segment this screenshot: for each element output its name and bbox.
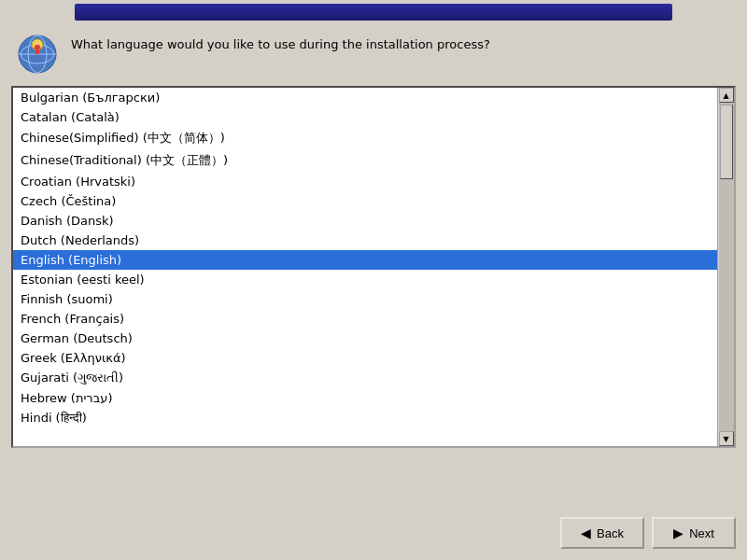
list-item[interactable]: Bulgarian (Български): [13, 88, 717, 107]
list-item[interactable]: Gujarati (ગુજરાતી): [13, 368, 717, 388]
globe-icon: [15, 32, 60, 77]
header-question: What language would you like to use duri…: [71, 32, 490, 54]
list-item[interactable]: Estonian (eesti keel): [13, 270, 717, 289]
next-icon: ▶: [673, 525, 684, 540]
progress-bar-fill: [75, 4, 672, 21]
list-item[interactable]: Chinese(Traditional) (中文（正體）): [13, 149, 717, 172]
list-item[interactable]: Finnish (suomi): [13, 289, 717, 309]
list-item[interactable]: Czech (Čeština): [13, 191, 717, 211]
scrollbar[interactable]: ▲ ▼: [717, 88, 734, 446]
list-item[interactable]: Chinese(Simplified) (中文（简体）): [13, 127, 717, 149]
scrollbar-thumb[interactable]: [720, 105, 733, 179]
scrollbar-track[interactable]: [719, 103, 734, 431]
list-item[interactable]: Hindi (हिन्दी): [13, 408, 717, 428]
next-button[interactable]: ▶ Next: [652, 517, 736, 549]
header-section: What language would you like to use duri…: [0, 21, 747, 86]
list-item[interactable]: Catalan (Català): [13, 107, 717, 127]
progress-bar: [75, 4, 672, 21]
list-item[interactable]: Dutch (Nederlands): [13, 231, 717, 250]
language-list[interactable]: Bulgarian (Български)Catalan (Català)Chi…: [13, 88, 717, 446]
back-icon: ◀: [581, 525, 591, 540]
bottom-buttons: ◀ Back ▶ Next: [560, 517, 736, 549]
language-list-container: Bulgarian (Български)Catalan (Català)Chi…: [11, 86, 736, 448]
top-progress-area: [0, 4, 747, 21]
back-label: Back: [597, 526, 624, 540]
list-item[interactable]: Danish (Dansk): [13, 211, 717, 231]
list-item[interactable]: German (Deutsch): [13, 329, 717, 348]
list-item[interactable]: French (Français): [13, 309, 717, 329]
list-item[interactable]: Greek (Ελληνικά): [13, 348, 717, 368]
next-label: Next: [689, 526, 714, 540]
list-item[interactable]: Croatian (Hrvatski): [13, 172, 717, 191]
list-item[interactable]: Hebrew (עברית): [13, 388, 717, 408]
scroll-down-button[interactable]: ▼: [719, 431, 734, 446]
scroll-up-button[interactable]: ▲: [719, 88, 734, 103]
back-button[interactable]: ◀ Back: [560, 517, 644, 549]
list-item[interactable]: English (English): [13, 250, 717, 270]
